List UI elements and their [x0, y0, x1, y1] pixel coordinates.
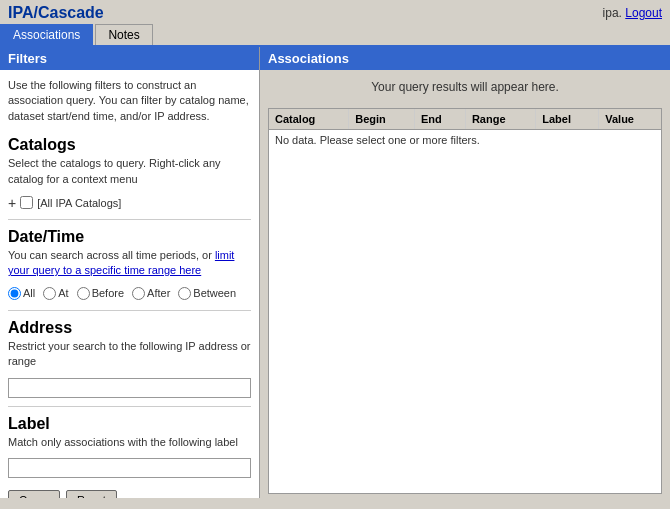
address-title: Address — [0, 311, 259, 339]
radio-between[interactable]: Between — [178, 287, 236, 300]
col-label: Label — [536, 109, 599, 130]
filters-header: Filters — [0, 47, 259, 70]
col-catalog: Catalog — [269, 109, 349, 130]
catalogs-title: Catalogs — [0, 128, 259, 156]
right-panel: Associations Your query results will app… — [260, 47, 670, 498]
table-header-row: Catalog Begin End Range Label Value — [269, 109, 661, 130]
query-button[interactable]: Query — [8, 490, 60, 498]
datetime-desc: You can search across all time periods, … — [0, 248, 259, 285]
datetime-radios: All At Before After Between — [0, 285, 259, 310]
table-container: Catalog Begin End Range Label Value No d… — [268, 108, 662, 494]
main-layout: Filters Use the following filters to con… — [0, 45, 670, 498]
label-title: Label — [0, 407, 259, 435]
left-panel: Filters Use the following filters to con… — [0, 47, 260, 498]
app-title: IPA/Cascade — [8, 4, 104, 24]
tabs: Associations Notes — [0, 24, 670, 45]
radio-at[interactable]: At — [43, 287, 68, 300]
top-right-area: ipa. Logout — [603, 6, 662, 24]
col-value: Value — [599, 109, 661, 130]
radio-before[interactable]: Before — [77, 287, 124, 300]
tab-associations[interactable]: Associations — [0, 24, 93, 45]
table-body: No data. Please select one or more filte… — [269, 130, 661, 151]
label-desc: Match only associations with the followi… — [0, 435, 259, 456]
ipa-label: ipa. — [603, 6, 622, 20]
label-input[interactable] — [8, 458, 251, 478]
catalogs-desc: Select the catalogs to query. Right-clic… — [0, 156, 259, 193]
col-range: Range — [465, 109, 535, 130]
logout-link[interactable]: Logout — [625, 6, 662, 20]
query-result-message: Your query results will appear here. — [260, 70, 670, 104]
add-catalog-button[interactable]: + — [8, 195, 16, 211]
all-catalogs-label: [All IPA Catalogs] — [37, 197, 121, 209]
no-data-row: No data. Please select one or more filte… — [269, 130, 661, 151]
catalogs-row: + [All IPA Catalogs] — [0, 193, 259, 219]
reset-button[interactable]: Reset — [66, 490, 117, 498]
col-end: End — [414, 109, 465, 130]
right-panel-header: Associations — [260, 47, 670, 70]
tab-notes[interactable]: Notes — [95, 24, 152, 45]
top-bar: IPA/Cascade ipa. Logout — [0, 0, 670, 24]
address-input[interactable] — [8, 378, 251, 398]
associations-table: Catalog Begin End Range Label Value No d… — [269, 109, 661, 150]
address-desc: Restrict your search to the following IP… — [0, 339, 259, 376]
query-buttons: Query Reset — [0, 486, 259, 498]
col-begin: Begin — [349, 109, 415, 130]
radio-after[interactable]: After — [132, 287, 170, 300]
datetime-title: Date/Time — [0, 220, 259, 248]
radio-all[interactable]: All — [8, 287, 35, 300]
filters-intro: Use the following filters to construct a… — [0, 70, 259, 128]
all-catalogs-checkbox[interactable] — [20, 196, 33, 209]
no-data-cell: No data. Please select one or more filte… — [269, 130, 661, 151]
table-header: Catalog Begin End Range Label Value — [269, 109, 661, 130]
